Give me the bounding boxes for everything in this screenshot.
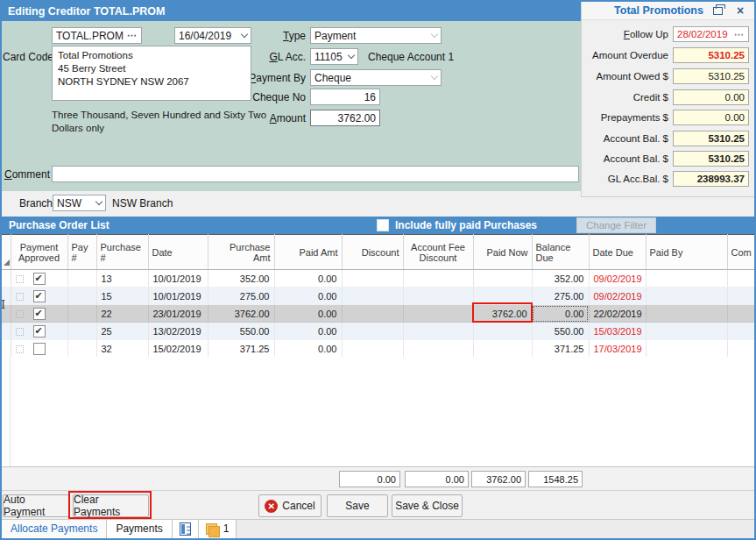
col-header-comment[interactable]: Com [727,235,754,270]
row-expander-icon[interactable] [16,328,24,336]
pay-no-cell[interactable] [67,270,96,288]
date-due-cell[interactable]: 09/02/2019 [589,288,646,305]
paid-now-cell[interactable] [473,340,532,358]
chevron-down-icon[interactable] [95,198,102,205]
comment-input[interactable] [52,166,579,182]
approved-checkbox[interactable] [33,325,46,338]
payment-approved-cell[interactable] [11,288,67,305]
approved-checkbox[interactable] [33,273,46,285]
purchase-no-cell[interactable]: 22 [96,305,148,323]
paid-by-cell[interactable] [646,323,727,340]
clear-payments-button[interactable]: Clear Payments [73,494,149,517]
date-due-cell[interactable]: 09/02/2019 [589,270,646,288]
discount-cell[interactable] [342,288,403,305]
paid-now-cell[interactable] [473,270,532,288]
paid-now-cell-highlighted[interactable]: 3762.00 [473,305,532,323]
date-due-cell[interactable]: 17/03/2019 [589,340,646,358]
approved-checkbox[interactable] [33,343,46,355]
pay-no-cell[interactable] [67,340,96,358]
paid-amt-cell[interactable]: 0.00 [274,340,342,358]
paid-now-cell[interactable] [473,288,532,305]
account-fee-discount-cell[interactable] [403,305,473,323]
col-header-payment-approved[interactable]: Payment Approved [11,235,67,270]
payment-approved-cell[interactable] [11,340,67,358]
select-all-corner[interactable] [2,235,11,270]
comment-cell[interactable] [727,340,754,358]
balance-due-cell[interactable]: 275.00 [532,288,589,305]
approved-checkbox[interactable] [33,308,46,320]
col-header-paid-by[interactable]: Paid By [646,235,727,270]
type-dropdown[interactable]: Payment [310,27,442,44]
col-header-balance-due[interactable]: Balance Due [532,235,589,270]
comment-cell[interactable] [727,323,754,340]
balance-due-cell-focused[interactable]: 0.00 [532,305,589,323]
paid-now-cell[interactable] [473,323,532,340]
branch-dropdown[interactable]: NSW [53,195,106,211]
cancel-button[interactable]: Cancel [258,494,321,517]
paid-by-cell[interactable] [646,288,727,305]
paid-by-cell[interactable] [646,305,727,323]
pay-no-cell[interactable] [67,288,96,305]
save-close-button[interactable]: Save & Close [392,494,463,517]
date-due-cell[interactable]: 15/03/2019 [589,323,646,340]
col-header-discount[interactable]: Discount [342,235,403,270]
purchase-amt-cell[interactable]: 275.00 [208,288,274,305]
tab-payments[interactable]: Payments [107,520,172,538]
date-cell[interactable]: 10/01/2019 [148,288,208,305]
auto-payment-button[interactable]: Auto Payment [3,494,69,517]
payment-approved-cell[interactable] [11,323,67,340]
pay-no-cell[interactable] [67,323,96,340]
browse-ellipsis-icon[interactable]: ⋯ [734,29,745,40]
comment-cell[interactable] [727,305,754,323]
purchase-amt-cell[interactable]: 550.00 [208,323,274,340]
row-expander-icon[interactable] [16,310,24,318]
purchase-amt-cell[interactable]: 3762.00 [208,305,274,323]
chevron-down-icon[interactable] [348,52,355,59]
discount-cell[interactable] [342,305,403,323]
save-button[interactable]: Save [327,494,388,517]
paid-amt-cell[interactable]: 0.00 [274,305,342,323]
row-expander-icon[interactable] [16,275,24,283]
purchase-no-cell[interactable]: 32 [96,340,148,358]
balance-due-cell[interactable]: 371.25 [532,340,589,358]
chevron-down-icon[interactable] [241,31,248,38]
row-expander-icon[interactable] [16,345,24,353]
follow-up-input[interactable]: 28/02/2019 ⋯ [673,26,749,42]
close-panel-icon[interactable] [733,4,747,17]
account-fee-discount-cell[interactable] [403,270,473,288]
cheque-no-input[interactable]: 16 [310,89,380,105]
gl-account-dropdown[interactable]: 11105 [310,48,358,65]
col-header-date-due[interactable]: Date Due [589,235,646,270]
account-fee-discount-cell[interactable] [403,323,473,340]
float-panel-icon[interactable] [713,7,723,15]
date-cell[interactable]: 13/02/2019 [148,323,208,340]
date-input[interactable]: 16/04/2019 [174,27,251,44]
col-header-pay-no[interactable]: Pay # [67,235,96,270]
discount-cell[interactable] [342,323,403,340]
card-code-input[interactable]: TOTAL.PROM ⋯ [52,27,142,44]
approved-checkbox[interactable] [33,290,46,302]
address-memo[interactable]: Total Promotions 45 Berry Street NORTH S… [52,46,251,101]
tab-allocate-payments[interactable]: Allocate Payments [2,520,107,538]
change-filter-button[interactable]: Change Filter [576,217,656,233]
balance-due-cell[interactable]: 352.00 [532,270,589,288]
purchase-amt-cell[interactable]: 371.25 [208,340,274,358]
purchase-no-cell[interactable]: 25 [96,323,148,340]
col-header-account-fee-discount[interactable]: Account Fee Discount [403,235,473,270]
date-cell[interactable]: 15/02/2019 [148,340,208,358]
amount-input[interactable]: 3762.00 [310,110,380,126]
date-due-cell[interactable]: 22/02/2019 [589,305,646,323]
paid-by-cell[interactable] [646,340,727,358]
purchase-no-cell[interactable]: 15 [96,288,148,305]
paid-amt-cell[interactable]: 0.00 [274,270,342,288]
browse-ellipsis-icon[interactable]: ⋯ [127,30,138,41]
account-fee-discount-cell[interactable] [403,340,473,358]
date-cell[interactable]: 10/01/2019 [148,270,208,288]
col-header-purchase-no[interactable]: Purchase # [96,235,148,270]
comment-cell[interactable] [727,288,754,305]
pay-no-cell[interactable] [67,305,96,323]
col-header-purchase-amt[interactable]: Purchase Amt [208,235,274,270]
paid-by-cell[interactable] [646,270,727,288]
payment-by-dropdown[interactable]: Cheque [310,69,442,86]
paid-amt-cell[interactable]: 0.00 [274,288,342,305]
